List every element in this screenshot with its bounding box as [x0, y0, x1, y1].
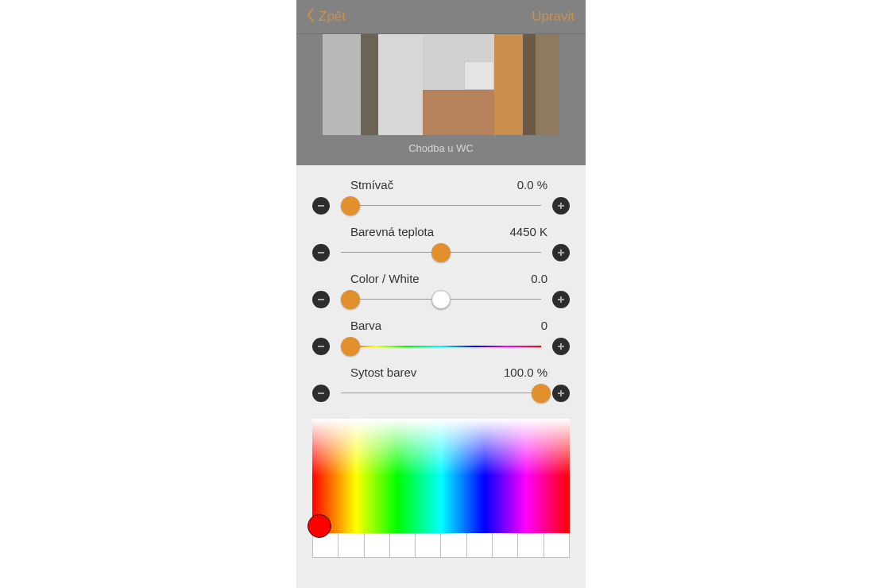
color-picker-handle[interactable] — [308, 514, 331, 538]
minus-button[interactable] — [312, 197, 330, 215]
app-screen: Zpět Upravit Chodba u WC Stmívač 0.0 % — [296, 0, 586, 588]
slider-color-white: Color / White 0.0 — [296, 269, 586, 315]
color-swatch[interactable] — [338, 533, 364, 557]
color-swatch[interactable] — [416, 533, 441, 557]
edit-button[interactable]: Upravit — [532, 9, 574, 25]
slider-label: Barva — [350, 319, 381, 332]
slider-thumb[interactable] — [341, 337, 360, 356]
color-picker — [312, 419, 570, 558]
slider-track[interactable] — [341, 196, 541, 215]
slider-cct: Barevná teplota 4450 K — [296, 222, 586, 269]
slider-thumb-color[interactable] — [341, 290, 360, 309]
plus-button[interactable] — [552, 338, 570, 355]
slider-saturation: Sytost barev 100.0 % — [296, 362, 586, 409]
slider-track[interactable] — [341, 243, 541, 262]
plus-button[interactable] — [552, 244, 570, 261]
chevron-left-icon — [304, 7, 317, 26]
slider-dimmer: Stmívač 0.0 % — [296, 175, 586, 222]
slider-value: 0 — [541, 319, 547, 332]
back-label: Zpět — [319, 9, 346, 25]
slider-label: Stmívač — [350, 178, 393, 191]
slider-thumb[interactable] — [532, 384, 551, 403]
slider-thumb-white[interactable] — [431, 290, 451, 309]
slider-hue: Barva 0 — [296, 315, 586, 362]
camera-caption: Chodba u WC — [296, 142, 586, 154]
slider-track[interactable] — [341, 290, 541, 309]
minus-button[interactable] — [312, 291, 330, 308]
controls-panel: Stmívač 0.0 % Barevná teplota 4450 K — [296, 165, 586, 558]
plus-button[interactable] — [552, 197, 570, 215]
slider-track[interactable] — [341, 384, 541, 403]
slider-value: 4450 K — [509, 225, 547, 238]
camera-section: Chodba u WC — [296, 34, 586, 165]
slider-thumb[interactable] — [341, 196, 360, 215]
color-picker-area[interactable] — [312, 419, 570, 533]
color-swatch[interactable] — [544, 533, 569, 557]
back-button[interactable]: Zpět — [304, 7, 346, 26]
slider-value: 0.0 — [531, 272, 547, 285]
slider-value: 100.0 % — [504, 366, 547, 379]
color-swatch[interactable] — [518, 533, 544, 557]
slider-thumb[interactable] — [431, 243, 451, 262]
slider-track[interactable] — [341, 337, 541, 356]
plus-button[interactable] — [552, 291, 570, 308]
color-swatch[interactable] — [390, 533, 416, 557]
plus-button[interactable] — [552, 385, 570, 402]
color-swatch[interactable] — [493, 533, 518, 557]
minus-button[interactable] — [312, 244, 330, 261]
slider-label: Sytost barev — [350, 366, 416, 379]
color-swatch[interactable] — [365, 533, 390, 557]
color-swatch[interactable] — [467, 533, 493, 557]
color-swatches — [312, 533, 570, 558]
minus-button[interactable] — [312, 385, 330, 402]
top-bar: Zpět Upravit — [296, 0, 586, 34]
camera-thumbnail[interactable] — [323, 34, 559, 135]
slider-label: Color / White — [350, 272, 420, 285]
slider-value: 0.0 % — [517, 178, 547, 191]
color-swatch[interactable] — [441, 533, 466, 557]
minus-button[interactable] — [312, 338, 330, 355]
slider-label: Barevná teplota — [350, 225, 434, 238]
